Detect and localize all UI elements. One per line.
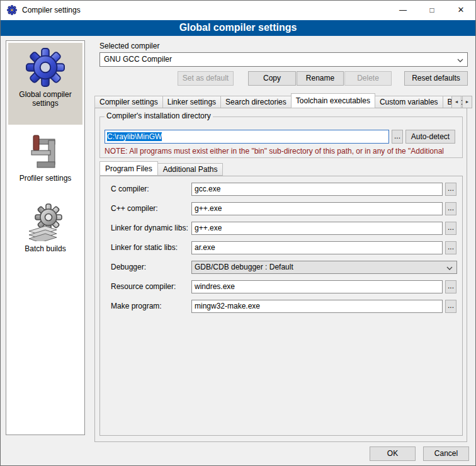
selected-compiler-label: Selected compiler bbox=[99, 42, 159, 50]
settings-sidebar: Global compiler settings Profiler settin… bbox=[6, 40, 85, 435]
chevron-down-icon bbox=[446, 266, 453, 270]
sidebar-item-label: Global compiler settings bbox=[8, 90, 82, 108]
minimize-button[interactable]: — bbox=[388, 1, 417, 20]
settings-tab-strip: Compiler settings Linker settings Search… bbox=[94, 93, 469, 108]
cancel-button[interactable]: Cancel bbox=[423, 446, 469, 461]
chevron-down-icon bbox=[457, 59, 463, 62]
compiler-settings-dialog: Compiler settings — □ ✕ Global compiler … bbox=[0, 0, 476, 466]
ok-button[interactable]: OK bbox=[370, 446, 416, 461]
copy-button[interactable]: Copy bbox=[248, 71, 296, 86]
tab-scroll-left-icon[interactable]: ◄ bbox=[451, 96, 462, 108]
installation-directory-browse-button[interactable]: ... bbox=[392, 130, 403, 144]
reset-defaults-button[interactable]: Reset defaults bbox=[404, 71, 468, 86]
sidebar-item-label: Batch builds bbox=[25, 244, 65, 253]
tab-search-directories[interactable]: Search directories bbox=[221, 96, 292, 108]
auto-detect-button[interactable]: Auto-detect bbox=[405, 130, 455, 144]
make-program-input[interactable]: mingw32-make.exe bbox=[191, 300, 443, 313]
field-row-make-program: Make program: mingw32-make.exe ... bbox=[99, 300, 463, 314]
installation-note: NOTE: All programs must exist either in … bbox=[105, 147, 465, 156]
sidebar-item-global-compiler-settings[interactable]: Global compiler settings bbox=[8, 43, 82, 125]
close-button[interactable]: ✕ bbox=[446, 1, 475, 20]
debugger-select[interactable]: GDB/CDB debugger : Default bbox=[191, 261, 457, 274]
installation-directory-group-title: Compiler's installation directory bbox=[105, 111, 213, 120]
maximize-button[interactable]: □ bbox=[417, 1, 446, 20]
program-files-tab-strip: Program Files Additional Paths bbox=[99, 161, 223, 176]
blue-gear-icon bbox=[26, 48, 65, 87]
linker-static-input[interactable]: ar.exe bbox=[191, 241, 443, 254]
installation-directory-value: C:\raylib\MinGW bbox=[107, 132, 162, 141]
field-row-c-compiler: C compiler: gcc.exe ... bbox=[99, 183, 463, 196]
make-program-browse-button[interactable]: ... bbox=[445, 300, 456, 313]
tab-toolchain-executables[interactable]: Toolchain executables bbox=[291, 93, 375, 108]
installation-directory-input[interactable]: C:\raylib\MinGW bbox=[105, 130, 389, 144]
field-label: Linker for dynamic libs: bbox=[111, 222, 188, 235]
linker-static-browse-button[interactable]: ... bbox=[445, 241, 456, 254]
selected-compiler-select[interactable]: GNU GCC Compiler bbox=[99, 52, 468, 67]
delete-button: Delete bbox=[344, 71, 392, 86]
clamp-tool-icon bbox=[30, 134, 61, 171]
field-label: Linker for static libs: bbox=[111, 241, 178, 254]
cpp-compiler-input[interactable]: g++.exe bbox=[191, 202, 443, 215]
linker-dynamic-browse-button[interactable]: ... bbox=[445, 222, 456, 235]
c-compiler-input[interactable]: gcc.exe bbox=[191, 183, 443, 196]
sidebar-item-label: Profiler settings bbox=[20, 174, 72, 183]
field-row-debugger: Debugger: GDB/CDB debugger : Default bbox=[99, 261, 463, 275]
window-title: Compiler settings bbox=[22, 1, 81, 20]
tab-linker-settings[interactable]: Linker settings bbox=[163, 96, 221, 108]
debugger-value: GDB/CDB debugger : Default bbox=[195, 263, 293, 271]
dialog-header: Global compiler settings bbox=[1, 20, 475, 36]
field-row-linker-dynamic: Linker for dynamic libs: g++.exe ... bbox=[99, 222, 463, 236]
tab-scroll-right-icon[interactable]: ► bbox=[462, 96, 472, 108]
linker-dynamic-input[interactable]: g++.exe bbox=[191, 222, 443, 235]
tab-compiler-settings[interactable]: Compiler settings bbox=[94, 96, 163, 108]
field-label: Debugger: bbox=[111, 261, 146, 274]
field-row-linker-static: Linker for static libs: ar.exe ... bbox=[99, 241, 463, 255]
field-row-resource-compiler: Resource compiler: windres.exe ... bbox=[99, 280, 463, 294]
sidebar-item-profiler-settings[interactable]: Profiler settings bbox=[8, 129, 82, 192]
tab-custom-variables[interactable]: Custom variables bbox=[375, 96, 443, 108]
field-label: Make program: bbox=[111, 300, 162, 313]
tab-program-files[interactable]: Program Files bbox=[99, 161, 158, 176]
resource-compiler-input[interactable]: windres.exe bbox=[191, 280, 443, 293]
app-icon bbox=[7, 5, 17, 15]
selected-compiler-value: GNU GCC Compiler bbox=[104, 55, 172, 64]
set-as-default-button: Set as default bbox=[178, 71, 234, 86]
cpp-compiler-browse-button[interactable]: ... bbox=[445, 202, 456, 215]
rename-button[interactable]: Rename bbox=[297, 71, 344, 86]
field-label: C compiler: bbox=[111, 183, 149, 196]
field-row-cpp-compiler: C++ compiler: g++.exe ... bbox=[99, 202, 463, 216]
sidebar-item-batch-builds[interactable]: Batch builds bbox=[8, 198, 82, 269]
field-label: C++ compiler: bbox=[111, 202, 158, 215]
tab-additional-paths[interactable]: Additional Paths bbox=[158, 163, 224, 176]
c-compiler-browse-button[interactable]: ... bbox=[445, 183, 456, 196]
titlebar[interactable]: Compiler settings — □ ✕ bbox=[1, 1, 475, 20]
field-label: Resource compiler: bbox=[111, 280, 176, 293]
gray-gear-stack-icon bbox=[27, 203, 64, 241]
resource-compiler-browse-button[interactable]: ... bbox=[445, 280, 456, 293]
page-title: Global compiler settings bbox=[179, 22, 297, 33]
